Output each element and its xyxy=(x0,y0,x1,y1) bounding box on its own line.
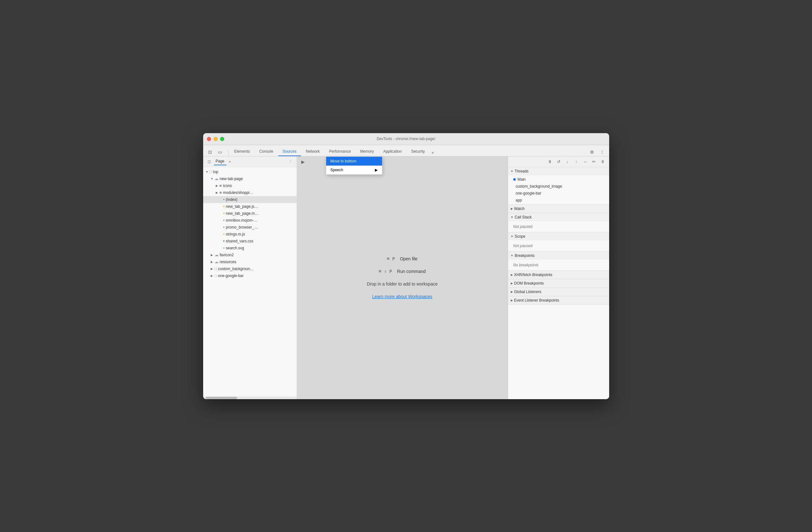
tree-arrow-favicon2: ▶ xyxy=(211,253,215,256)
step-into-button[interactable]: ↓ xyxy=(564,158,571,165)
inspect-element-button[interactable]: ⊡ xyxy=(206,148,215,156)
window-title: DevTools - chrome://new-tab-page/ xyxy=(377,137,436,141)
tab-security[interactable]: Security xyxy=(407,147,429,156)
scope-section-header[interactable]: ▼ Scope xyxy=(508,232,609,240)
tree-item-new-tab-m[interactable]: ▪ new_tab_page.m… xyxy=(203,210,296,217)
tree-label-resources: resources xyxy=(220,260,236,264)
tab-console[interactable]: Console xyxy=(255,147,278,156)
left-panel-kebab-button[interactable]: ⋮ xyxy=(287,158,294,165)
tree-item-strings[interactable]: ▪ strings.m.js xyxy=(203,231,296,238)
call-stack-label: Call Stack xyxy=(514,215,532,220)
tree-item-custom-bg[interactable]: ▶ □ custom_backgroun… xyxy=(203,265,296,272)
global-listeners-label: Global Listeners xyxy=(514,290,541,294)
tree-item-new-tab-page[interactable]: ▼ ☁ new-tab-page xyxy=(203,175,296,182)
tabs-more-button[interactable]: » xyxy=(430,149,436,156)
tree-label-custom-bg: custom_backgroun… xyxy=(218,267,253,271)
xhr-breakpoints-label: XHR/fetch Breakpoints xyxy=(514,272,552,277)
right-panel: ⏸ ↺ ↓ ↑ ↔ ✏ ⏸ ▼ Threads xyxy=(508,156,609,399)
tree-item-resources[interactable]: ▶ ☁ resources xyxy=(203,258,296,265)
tree-item-modules[interactable]: ▶ ■ modules/shoppi… xyxy=(203,189,296,196)
file-icon-index: ▪ xyxy=(223,197,225,202)
event-listener-breakpoints-header[interactable]: ▶ Event Listener Breakpoints xyxy=(508,296,609,304)
more-options-button[interactable]: ⋮ xyxy=(598,148,607,156)
toggle-sidebar-button[interactable]: ◫ xyxy=(206,158,213,165)
tab-memory[interactable]: Memory xyxy=(356,147,378,156)
thread-main[interactable]: Main xyxy=(508,176,609,183)
tree-item-one-google-bar[interactable]: ▶ □ one-google-bar xyxy=(203,272,296,279)
file-icon-promo: ▪ xyxy=(223,225,225,229)
tab-network[interactable]: Network xyxy=(302,147,324,156)
threads-section-header[interactable]: ▼ Threads xyxy=(508,167,609,175)
tab-sources[interactable]: Sources xyxy=(278,147,301,156)
xhr-breakpoints-header[interactable]: ▶ XHR/fetch Breakpoints xyxy=(508,271,609,279)
context-menu-move-to-bottom[interactable]: Move to bottom xyxy=(326,157,382,166)
close-button[interactable] xyxy=(207,137,211,141)
dom-breakpoints-section: ▶ DOM Breakpoints xyxy=(508,279,609,288)
deactivate-breakpoints-button[interactable]: ✏ xyxy=(590,158,598,165)
step-out-button[interactable]: ↑ xyxy=(573,158,580,165)
context-menu-speech[interactable]: Speech ▶ xyxy=(326,166,382,174)
thread-custom-bg-label: custom_background_image xyxy=(516,184,562,188)
left-panel-more-btn[interactable]: » xyxy=(228,159,232,164)
step-over-button[interactable]: ↺ xyxy=(555,158,563,165)
breakpoints-section-header[interactable]: ▼ Breakpoints xyxy=(508,252,609,260)
settings-button[interactable]: ⚙ xyxy=(588,148,597,156)
call-stack-not-paused: Not paused xyxy=(508,222,609,232)
learn-more-workspaces-link[interactable]: Learn more about Workspaces xyxy=(372,294,432,299)
tree-item-favicon2[interactable]: ▶ ☁ favicon2 xyxy=(203,252,296,258)
play-button[interactable]: ▶ xyxy=(300,158,307,166)
devtools-window: DevTools - chrome://new-tab-page/ ⊡ ▭ El… xyxy=(203,133,609,399)
folder-icon-one-google-bar: □ xyxy=(215,273,217,278)
thread-app[interactable]: app xyxy=(508,197,609,204)
thread-one-google-bar-label: one-google-bar xyxy=(516,191,541,195)
xhr-arrow-icon: ▶ xyxy=(511,273,513,276)
folder-icon-custom-bg: □ xyxy=(215,266,217,271)
left-panel-header: ◫ Page » ⋮ xyxy=(203,156,296,167)
tree-arrow-resources: ▶ xyxy=(211,260,215,264)
tree-label-one-google-bar: one-google-bar xyxy=(218,274,243,278)
pause-button[interactable]: ⏸ xyxy=(546,158,554,165)
thread-one-google-bar[interactable]: one-google-bar xyxy=(508,190,609,197)
tree-item-omnibox[interactable]: ▪ omnibox.mojom-… xyxy=(203,217,296,224)
folder-icon-top: □ xyxy=(209,169,212,174)
thread-custom-bg[interactable]: custom_background_image xyxy=(508,183,609,190)
tree-item-shared-vars[interactable]: ▪ shared_vars.css xyxy=(203,238,296,244)
tree-item-search-svg[interactable]: ▪ search.svg xyxy=(203,244,296,252)
tree-item-new-tab-js[interactable]: ▪ new_tab_page.js… xyxy=(203,203,296,210)
device-toolbar-button[interactable]: ▭ xyxy=(216,148,224,156)
right-toolbar: ⏸ ↺ ↓ ↑ ↔ ✏ ⏸ xyxy=(508,156,609,167)
step-button[interactable]: ↔ xyxy=(581,158,589,165)
watch-arrow-icon: ▶ xyxy=(511,207,513,210)
dom-breakpoints-header[interactable]: ▶ DOM Breakpoints xyxy=(508,279,609,288)
threads-label: Threads xyxy=(514,169,528,173)
call-stack-body: Not paused xyxy=(508,221,609,232)
scope-not-paused: Not paused xyxy=(508,241,609,251)
folder-icon-modules: ■ xyxy=(219,190,222,195)
pause-on-exceptions-button[interactable]: ⏸ xyxy=(599,158,607,165)
tree-item-promo[interactable]: ▪ promo_browser_… xyxy=(203,224,296,231)
minimize-button[interactable] xyxy=(214,137,218,141)
tree-item-icons[interactable]: ▶ ■ icons xyxy=(203,182,296,189)
global-listeners-header[interactable]: ▶ Global Listeners xyxy=(508,288,609,296)
right-panel-content: ▼ Threads Main custom_background_image o… xyxy=(508,167,609,399)
page-tab[interactable]: Page xyxy=(214,158,227,165)
left-panel-scrollbar[interactable] xyxy=(203,397,296,399)
tab-application[interactable]: Application xyxy=(379,147,406,156)
tab-elements[interactable]: Elements xyxy=(230,147,255,156)
tab-performance[interactable]: Performance xyxy=(325,147,356,156)
tree-item-index[interactable]: ▪ (index) xyxy=(203,196,296,203)
scope-body: Not paused xyxy=(508,240,609,251)
xhr-breakpoints-section: ▶ XHR/fetch Breakpoints xyxy=(508,271,609,279)
maximize-button[interactable] xyxy=(220,137,224,141)
call-stack-section-header[interactable]: ▼ Call Stack xyxy=(508,213,609,221)
threads-section-body: Main custom_background_image one-google-… xyxy=(508,175,609,204)
call-stack-section: ▼ Call Stack Not paused xyxy=(508,213,609,232)
tree-item-top[interactable]: ▼ □ top xyxy=(203,168,296,175)
scope-arrow-icon: ▼ xyxy=(511,235,513,238)
watch-section-header[interactable]: ▶ Watch xyxy=(508,205,609,213)
open-file-label: Open file xyxy=(400,256,418,261)
left-panel: ◫ Page » ⋮ ▼ □ top ▼ ☁ new-tab-page xyxy=(203,156,297,399)
cloud-icon-new-tab-page: ☁ xyxy=(215,176,219,181)
title-bar: DevTools - chrome://new-tab-page/ xyxy=(203,133,609,145)
submenu-arrow-icon: ▶ xyxy=(375,168,378,172)
